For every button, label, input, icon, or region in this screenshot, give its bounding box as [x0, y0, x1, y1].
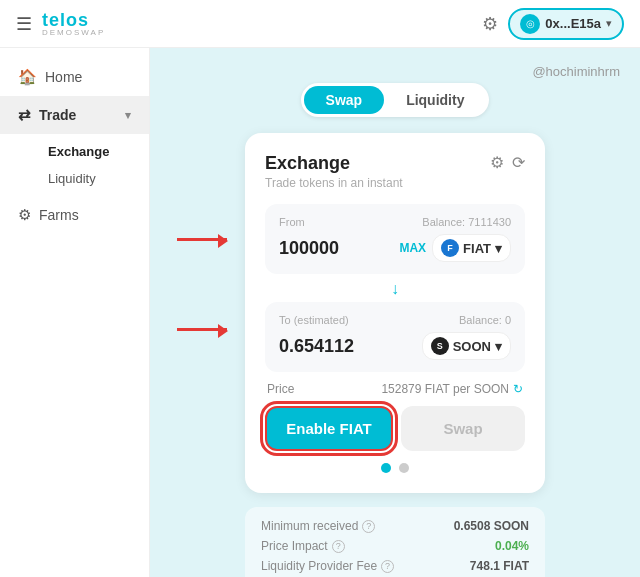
card-subtitle: Trade tokens in an instant	[265, 176, 403, 190]
price-impact-help[interactable]: ?	[332, 540, 345, 553]
max-button[interactable]: MAX	[399, 241, 426, 255]
from-controls: MAX F FIAT ▾	[399, 234, 511, 262]
soon-icon: S	[431, 337, 449, 355]
min-received-value: 0.6508 SOON	[454, 519, 529, 533]
from-amount[interactable]: 100000	[279, 238, 339, 259]
main-layout: 🏠 Home ⇄ Trade ▾ Exchange Liquidity ⚙ Fa…	[0, 48, 640, 577]
price-row: Price 152879 FIAT per SOON ↻	[265, 382, 525, 396]
info-section: Minimum received ? 0.6508 SOON Price Imp…	[245, 507, 545, 577]
arrow-annotation-1	[177, 238, 227, 241]
sidebar-item-exchange[interactable]: Exchange	[40, 138, 149, 165]
to-field: To (estimated) Balance: 0 0.654112 S SOO…	[265, 302, 525, 372]
from-token-chevron: ▾	[495, 241, 502, 256]
from-field-top: From Balance: 7111430	[279, 216, 511, 228]
logo: telos DEMOSWAP	[42, 11, 105, 37]
tab-swap[interactable]: Swap	[304, 86, 385, 114]
to-amount[interactable]: 0.654112	[279, 336, 354, 357]
from-label: From	[279, 216, 305, 228]
lp-fee-value: 748.1 FIAT	[470, 559, 529, 573]
btn-row: Enable FIAT Swap	[265, 406, 525, 451]
sidebar-item-trade[interactable]: ⇄ Trade ▾	[0, 96, 149, 134]
from-token-select[interactable]: F FIAT ▾	[432, 234, 511, 262]
step-dot-1	[381, 463, 391, 473]
wallet-icon: ◎	[520, 14, 540, 34]
to-token-label: SOON	[453, 339, 491, 354]
trade-icon: ⇄	[18, 106, 31, 124]
from-balance: Balance: 7111430	[422, 216, 511, 228]
price-impact-value: 0.04%	[495, 539, 529, 553]
to-label: To (estimated)	[279, 314, 349, 326]
swap-button[interactable]: Swap	[401, 406, 525, 451]
home-icon: 🏠	[18, 68, 37, 86]
from-field-main: 100000 MAX F FIAT ▾	[279, 234, 511, 262]
step-dot-2	[399, 463, 409, 473]
sidebar-item-farms[interactable]: ⚙ Farms	[0, 196, 149, 234]
settings-icon[interactable]: ⚙	[482, 13, 498, 35]
card-settings-icon[interactable]: ⚙	[490, 153, 504, 172]
logo-sub: DEMOSWAP	[42, 29, 105, 37]
to-token-chevron: ▾	[495, 339, 502, 354]
sidebar-label-trade: Trade	[39, 107, 76, 123]
min-received-label: Minimum received ?	[261, 519, 375, 533]
card-title: Exchange	[265, 153, 403, 174]
info-row-lp-fee: Liquidity Provider Fee ? 748.1 FIAT	[261, 559, 529, 573]
sidebar: 🏠 Home ⇄ Trade ▾ Exchange Liquidity ⚙ Fa…	[0, 48, 150, 577]
sidebar-item-liquidity[interactable]: Liquidity	[40, 165, 149, 192]
to-field-main: 0.654112 S SOON ▾	[279, 332, 511, 360]
topbar-left: ☰ telos DEMOSWAP	[16, 11, 105, 37]
sidebar-label-home: Home	[45, 69, 82, 85]
refresh-icon[interactable]: ↻	[513, 382, 523, 396]
sidebar-item-home[interactable]: 🏠 Home	[0, 58, 149, 96]
price-impact-label: Price Impact ?	[261, 539, 345, 553]
chevron-down-icon: ▾	[606, 17, 612, 30]
enable-fiat-button[interactable]: Enable FIAT	[265, 406, 393, 451]
topbar-right: ⚙ ◎ 0x...E15a ▾	[482, 8, 624, 40]
topbar: ☰ telos DEMOSWAP ⚙ ◎ 0x...E15a ▾	[0, 0, 640, 48]
watermark: @hochiminhrm	[532, 64, 620, 79]
min-received-help[interactable]: ?	[362, 520, 375, 533]
card-icons: ⚙ ⟳	[490, 153, 525, 172]
wallet-address: 0x...E15a	[545, 16, 601, 31]
fiat-icon: F	[441, 239, 459, 257]
trade-chevron: ▾	[125, 109, 131, 122]
farms-icon: ⚙	[18, 206, 31, 224]
price-value: 152879 FIAT per SOON ↻	[381, 382, 523, 396]
lp-fee-help[interactable]: ?	[381, 560, 394, 573]
toggle-tabs: Swap Liquidity	[301, 83, 490, 117]
lp-fee-label: Liquidity Provider Fee ?	[261, 559, 394, 573]
arrow-annotation-2	[177, 328, 227, 331]
from-token-label: FIAT	[463, 241, 491, 256]
info-row-price-impact: Price Impact ? 0.04%	[261, 539, 529, 553]
content-area: @hochiminhrm Swap Liquidity Exchange	[150, 48, 640, 577]
price-label: Price	[267, 382, 294, 396]
sidebar-sub: Exchange Liquidity	[0, 134, 149, 196]
wallet-button[interactable]: ◎ 0x...E15a ▾	[508, 8, 624, 40]
card-header: Exchange Trade tokens in an instant ⚙ ⟳	[265, 153, 525, 190]
exchange-card: Exchange Trade tokens in an instant ⚙ ⟳ …	[245, 133, 545, 493]
card-history-icon[interactable]: ⟳	[512, 153, 525, 172]
swap-arrow[interactable]: ↓	[265, 280, 525, 298]
price-text: 152879 FIAT per SOON	[381, 382, 509, 396]
hamburger-icon[interactable]: ☰	[16, 13, 32, 35]
tab-liquidity[interactable]: Liquidity	[384, 86, 486, 114]
sidebar-label-farms: Farms	[39, 207, 79, 223]
logo-title: telos	[42, 11, 105, 29]
card-title-block: Exchange Trade tokens in an instant	[265, 153, 403, 190]
from-field: From Balance: 7111430 100000 MAX F FIAT …	[265, 204, 525, 274]
to-balance: Balance: 0	[459, 314, 511, 326]
to-controls: S SOON ▾	[422, 332, 511, 360]
to-token-select[interactable]: S SOON ▾	[422, 332, 511, 360]
info-row-min-received: Minimum received ? 0.6508 SOON	[261, 519, 529, 533]
to-field-top: To (estimated) Balance: 0	[279, 314, 511, 326]
step-dots	[265, 463, 525, 473]
